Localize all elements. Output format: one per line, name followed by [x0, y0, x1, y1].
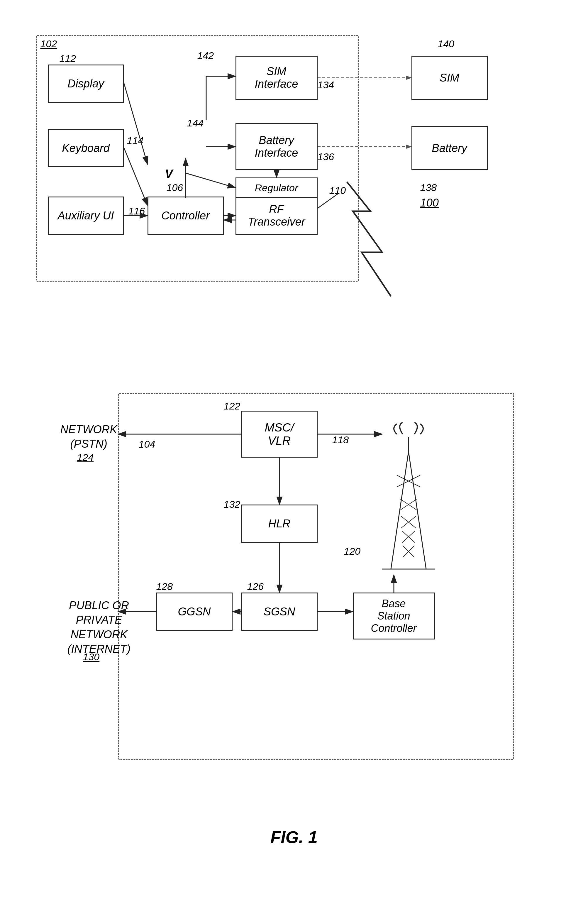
- ref-128: 128: [156, 581, 173, 592]
- controller-block: Controller: [147, 197, 224, 235]
- base-station-block: Base Station Controller: [353, 592, 435, 639]
- ref-138: 138: [420, 182, 437, 193]
- ref-122: 122: [224, 400, 241, 412]
- ref-124: 124: [77, 452, 94, 463]
- page-container: 102 Display 112 Keyboard 114 Auxiliary U…: [0, 0, 588, 902]
- ref-144: 144: [187, 117, 204, 129]
- v-label: V: [165, 167, 173, 180]
- ref-104: 104: [139, 438, 155, 450]
- ref-102: 102: [41, 38, 57, 50]
- diagram1: 102 Display 112 Keyboard 114 Auxiliary U…: [30, 17, 558, 370]
- ref-112: 112: [59, 53, 76, 64]
- ref-118: 118: [332, 434, 349, 446]
- ref-106: 106: [167, 182, 183, 193]
- sim-box: SIM: [411, 56, 488, 100]
- ref-130: 130: [83, 651, 100, 662]
- ref-116: 116: [128, 205, 145, 217]
- network-pstn-label: NETWORK (PSTN): [59, 423, 118, 451]
- ref-132: 132: [224, 499, 241, 510]
- ref-120: 120: [344, 546, 361, 557]
- ref-134: 134: [317, 79, 334, 91]
- ref-110: 110: [329, 185, 346, 196]
- public-private-label: PUBLIC OR PRIVATE NETWORK (INTERNET): [59, 598, 139, 656]
- tower-svg: [379, 423, 438, 592]
- aux-ui-block: Auxiliary UI: [48, 197, 124, 235]
- diagram2: MSC/ VLR 122 HLR 132 GGSN 128 SGSN 126 B…: [59, 393, 529, 804]
- ref-114: 114: [127, 135, 144, 146]
- hlr-block: HLR: [241, 504, 317, 543]
- keyboard-block: Keyboard: [48, 129, 124, 167]
- sim-interface-block: SIM Interface: [236, 56, 317, 100]
- fig-label: FIG. 1: [271, 827, 317, 847]
- battery-box: Battery: [411, 126, 488, 170]
- ref-100: 100: [420, 197, 439, 209]
- display-block: Display: [48, 64, 124, 103]
- ref-140: 140: [438, 38, 455, 50]
- ref-136: 136: [317, 151, 334, 163]
- ref-142: 142: [197, 50, 214, 61]
- sgsn-block: SGSN: [241, 592, 317, 631]
- regulator-block: Regulator: [236, 177, 317, 198]
- rf-transceiver-block: RF Transceiver: [236, 197, 317, 235]
- ggsn-block: GGSN: [156, 592, 233, 631]
- battery-interface-block: Battery Interface: [236, 123, 317, 170]
- msc-vlr-block: MSC/ VLR: [241, 411, 317, 457]
- ref-126: 126: [247, 581, 264, 592]
